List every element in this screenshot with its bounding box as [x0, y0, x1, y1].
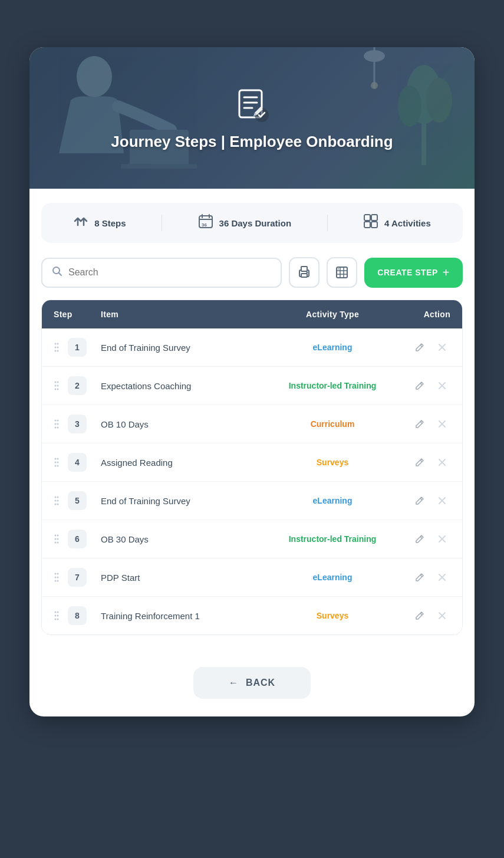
action-cell-8 — [391, 607, 450, 624]
svg-rect-20 — [364, 215, 370, 221]
header-activity-type: Activity Type — [274, 310, 391, 319]
edit-button-7[interactable] — [411, 569, 428, 586]
svg-line-25 — [59, 273, 61, 275]
step-cell-4: 4 — [54, 453, 101, 472]
action-cell-4 — [391, 454, 450, 471]
header-item: Item — [101, 310, 274, 319]
delete-button-4[interactable] — [434, 454, 450, 471]
edit-button-1[interactable] — [411, 339, 428, 356]
svg-point-66 — [57, 462, 59, 463]
delete-button-2[interactable] — [434, 377, 450, 394]
table-row: 7 PDP Start eLearning — [42, 558, 462, 597]
activity-type-4: Surveys — [274, 458, 391, 467]
step-cell-6: 6 — [54, 530, 101, 548]
svg-point-50 — [57, 389, 59, 390]
svg-line-51 — [420, 383, 422, 385]
action-cell-5 — [391, 492, 450, 509]
step-number-6: 6 — [68, 530, 87, 548]
step-number-2: 2 — [68, 376, 87, 395]
activity-type-2: Instructor-led Training — [274, 381, 391, 390]
svg-point-29 — [307, 272, 308, 274]
create-step-button[interactable]: CREATE STEP + — [364, 258, 463, 288]
svg-point-74 — [55, 500, 57, 502]
header-action: Action — [391, 310, 450, 319]
delete-button-6[interactable] — [434, 531, 450, 547]
calendar-icon: 36 — [198, 213, 213, 232]
svg-point-85 — [55, 542, 57, 544]
delete-button-5[interactable] — [434, 492, 450, 509]
excel-button[interactable] — [327, 257, 357, 288]
step-number-4: 4 — [68, 453, 87, 472]
print-button[interactable] — [289, 257, 319, 288]
activity-type-1: eLearning — [274, 343, 391, 352]
activity-type-3: Curriculum — [274, 419, 391, 429]
drag-handle-2[interactable] — [54, 380, 60, 391]
days-duration: 36 Days Duration — [219, 218, 292, 228]
edit-button-3[interactable] — [411, 416, 428, 432]
delete-button-3[interactable] — [434, 416, 450, 432]
svg-point-48 — [57, 385, 59, 387]
svg-point-101 — [55, 615, 57, 617]
svg-point-40 — [55, 350, 57, 352]
step-cell-2: 2 — [54, 376, 101, 395]
main-card: Journey Steps | Employee Onboarding 8 St… — [29, 47, 475, 716]
svg-point-100 — [57, 612, 59, 613]
step-number-5: 5 — [68, 491, 87, 510]
edit-button-5[interactable] — [411, 492, 428, 509]
drag-handle-8[interactable] — [54, 610, 60, 621]
svg-point-46 — [57, 382, 59, 383]
delete-button-1[interactable] — [434, 339, 450, 356]
svg-point-84 — [57, 538, 59, 540]
svg-rect-22 — [364, 222, 370, 228]
svg-point-58 — [55, 427, 57, 429]
drag-handle-4[interactable] — [54, 457, 60, 468]
svg-point-47 — [55, 385, 57, 387]
svg-rect-2 — [121, 164, 197, 169]
edit-button-2[interactable] — [411, 377, 428, 394]
svg-point-93 — [57, 577, 59, 578]
divider-2 — [327, 215, 328, 231]
drag-handle-6[interactable] — [54, 534, 60, 544]
svg-point-95 — [57, 580, 59, 582]
svg-rect-28 — [301, 274, 307, 277]
svg-point-45 — [55, 382, 57, 383]
drag-handle-5[interactable] — [54, 495, 60, 506]
stat-steps: 8 Steps — [73, 215, 126, 231]
drag-handle-7[interactable] — [54, 572, 60, 583]
search-box[interactable] — [41, 258, 282, 288]
edit-button-4[interactable] — [411, 454, 428, 471]
svg-point-73 — [57, 497, 59, 498]
svg-point-68 — [57, 465, 59, 467]
item-name-5: End of Training Survey — [101, 496, 274, 506]
step-cell-7: 7 — [54, 568, 101, 587]
item-name-1: End of Training Survey — [101, 343, 274, 353]
step-cell-1: 1 — [54, 338, 101, 357]
svg-point-36 — [55, 343, 57, 345]
drag-handle-1[interactable] — [54, 342, 60, 353]
item-name-4: Assigned Reading — [101, 458, 274, 468]
svg-line-87 — [420, 537, 422, 538]
edit-button-8[interactable] — [411, 607, 428, 624]
create-step-label: CREATE STEP — [377, 268, 437, 277]
table-row: 6 OB 30 Days Instructor-led Training — [42, 520, 462, 558]
svg-point-54 — [55, 420, 57, 422]
search-input[interactable] — [68, 267, 271, 278]
back-button[interactable]: ← BACK — [193, 667, 311, 699]
svg-line-96 — [420, 575, 422, 577]
delete-button-7[interactable] — [434, 569, 450, 586]
svg-line-69 — [420, 460, 422, 462]
svg-point-86 — [57, 542, 59, 544]
drag-handle-3[interactable] — [54, 419, 60, 429]
activity-type-8: Surveys — [274, 611, 391, 620]
delete-button-8[interactable] — [434, 607, 450, 624]
svg-point-63 — [55, 458, 57, 460]
svg-line-105 — [420, 613, 422, 615]
svg-point-38 — [55, 347, 57, 349]
edit-button-6[interactable] — [411, 531, 428, 547]
svg-point-5 — [398, 86, 421, 127]
svg-point-91 — [57, 573, 59, 575]
svg-point-0 — [77, 56, 112, 97]
activity-type-7: eLearning — [274, 573, 391, 582]
hero-icon — [233, 86, 271, 126]
svg-rect-27 — [301, 267, 307, 271]
